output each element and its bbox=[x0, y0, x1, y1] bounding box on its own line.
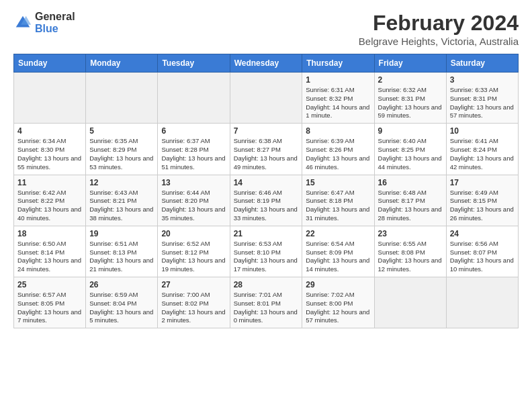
day-info: Sunrise: 6:59 AM Sunset: 8:04 PM Dayligh… bbox=[89, 291, 154, 325]
day-number: 2 bbox=[378, 75, 443, 85]
day-number: 27 bbox=[161, 280, 226, 289]
day-info: Sunrise: 6:39 AM Sunset: 8:26 PM Dayligh… bbox=[306, 137, 370, 171]
day-info: Sunrise: 6:34 AM Sunset: 8:30 PM Dayligh… bbox=[17, 137, 82, 171]
day-number: 16 bbox=[378, 178, 443, 187]
calendar-day-cell: 3Sunrise: 6:33 AM Sunset: 8:31 PM Daylig… bbox=[446, 73, 518, 124]
day-number: 21 bbox=[234, 229, 299, 238]
day-info: Sunrise: 6:48 AM Sunset: 8:17 PM Dayligh… bbox=[378, 189, 443, 223]
calendar-day-cell: 13Sunrise: 6:44 AM Sunset: 8:20 PM Dayli… bbox=[158, 175, 230, 226]
calendar-day-cell: 16Sunrise: 6:48 AM Sunset: 8:17 PM Dayli… bbox=[374, 175, 446, 226]
day-info: Sunrise: 7:00 AM Sunset: 8:02 PM Dayligh… bbox=[161, 291, 226, 325]
day-number: 25 bbox=[17, 280, 82, 289]
calendar-day-cell: 2Sunrise: 6:32 AM Sunset: 8:31 PM Daylig… bbox=[374, 73, 446, 124]
calendar-day-cell: 21Sunrise: 6:53 AM Sunset: 8:10 PM Dayli… bbox=[230, 226, 302, 277]
day-info: Sunrise: 6:32 AM Sunset: 8:31 PM Dayligh… bbox=[378, 86, 443, 120]
day-number: 10 bbox=[450, 126, 515, 136]
day-info: Sunrise: 6:42 AM Sunset: 8:22 PM Dayligh… bbox=[17, 189, 82, 223]
calendar-day-cell: 22Sunrise: 6:54 AM Sunset: 8:09 PM Dayli… bbox=[302, 226, 374, 277]
day-info: Sunrise: 6:35 AM Sunset: 8:29 PM Dayligh… bbox=[89, 137, 154, 171]
day-number: 13 bbox=[161, 178, 226, 187]
subtitle: Belgrave Heights, Victoria, Australia bbox=[359, 36, 519, 47]
weekday-header-cell: Wednesday bbox=[230, 54, 302, 73]
calendar-day-cell: 14Sunrise: 6:46 AM Sunset: 8:19 PM Dayli… bbox=[230, 175, 302, 226]
calendar-day-cell: 24Sunrise: 6:56 AM Sunset: 8:07 PM Dayli… bbox=[446, 226, 518, 277]
day-number: 12 bbox=[89, 178, 154, 187]
calendar-day-cell bbox=[86, 73, 158, 124]
calendar-body: 1Sunrise: 6:31 AM Sunset: 8:32 PM Daylig… bbox=[14, 73, 519, 328]
calendar-day-cell: 6Sunrise: 6:37 AM Sunset: 8:28 PM Daylig… bbox=[158, 124, 230, 175]
calendar-day-cell: 8Sunrise: 6:39 AM Sunset: 8:26 PM Daylig… bbox=[302, 124, 374, 175]
day-info: Sunrise: 6:47 AM Sunset: 8:18 PM Dayligh… bbox=[306, 189, 370, 223]
calendar-day-cell: 27Sunrise: 7:00 AM Sunset: 8:02 PM Dayli… bbox=[158, 277, 230, 328]
day-number: 26 bbox=[89, 280, 154, 289]
calendar-day-cell: 7Sunrise: 6:38 AM Sunset: 8:27 PM Daylig… bbox=[230, 124, 302, 175]
header: General Blue February 2024 Belgrave Heig… bbox=[13, 11, 519, 47]
day-number: 9 bbox=[378, 126, 443, 136]
calendar-day-cell: 26Sunrise: 6:59 AM Sunset: 8:04 PM Dayli… bbox=[86, 277, 158, 328]
logo-text: General Blue bbox=[35, 11, 75, 34]
day-number: 17 bbox=[450, 178, 515, 187]
logo-blue: Blue bbox=[35, 23, 75, 35]
day-info: Sunrise: 6:57 AM Sunset: 8:05 PM Dayligh… bbox=[17, 291, 82, 325]
calendar-day-cell: 28Sunrise: 7:01 AM Sunset: 8:01 PM Dayli… bbox=[230, 277, 302, 328]
calendar-day-cell: 29Sunrise: 7:02 AM Sunset: 8:00 PM Dayli… bbox=[302, 277, 374, 328]
day-info: Sunrise: 6:46 AM Sunset: 8:19 PM Dayligh… bbox=[234, 189, 299, 223]
day-number: 7 bbox=[234, 126, 299, 136]
calendar-day-cell: 1Sunrise: 6:31 AM Sunset: 8:32 PM Daylig… bbox=[302, 73, 374, 124]
calendar-day-cell: 19Sunrise: 6:51 AM Sunset: 8:13 PM Dayli… bbox=[86, 226, 158, 277]
calendar-day-cell bbox=[446, 277, 518, 328]
day-number: 6 bbox=[161, 126, 226, 136]
day-number: 24 bbox=[450, 229, 515, 238]
day-number: 15 bbox=[306, 178, 370, 187]
calendar-week-row: 18Sunrise: 6:50 AM Sunset: 8:14 PM Dayli… bbox=[14, 226, 519, 277]
weekday-header-cell: Friday bbox=[374, 54, 446, 73]
calendar-day-cell: 23Sunrise: 6:55 AM Sunset: 8:08 PM Dayli… bbox=[374, 226, 446, 277]
calendar-week-row: 4Sunrise: 6:34 AM Sunset: 8:30 PM Daylig… bbox=[14, 124, 519, 175]
day-number: 3 bbox=[450, 75, 515, 85]
calendar-table: SundayMondayTuesdayWednesdayThursdayFrid… bbox=[13, 54, 519, 328]
calendar-day-cell bbox=[230, 73, 302, 124]
calendar-day-cell bbox=[158, 73, 230, 124]
day-number: 4 bbox=[17, 126, 82, 136]
logo-general: General bbox=[35, 11, 75, 23]
calendar-day-cell: 11Sunrise: 6:42 AM Sunset: 8:22 PM Dayli… bbox=[14, 175, 86, 226]
day-number: 14 bbox=[234, 178, 299, 187]
day-number: 29 bbox=[306, 280, 370, 289]
calendar-day-cell: 18Sunrise: 6:50 AM Sunset: 8:14 PM Dayli… bbox=[14, 226, 86, 277]
weekday-header-cell: Sunday bbox=[14, 54, 86, 73]
day-number: 19 bbox=[89, 229, 154, 238]
day-info: Sunrise: 6:40 AM Sunset: 8:25 PM Dayligh… bbox=[378, 137, 443, 171]
calendar-day-cell bbox=[14, 73, 86, 124]
weekday-header-cell: Saturday bbox=[446, 54, 518, 73]
calendar-week-row: 1Sunrise: 6:31 AM Sunset: 8:32 PM Daylig… bbox=[14, 73, 519, 124]
calendar-day-cell: 9Sunrise: 6:40 AM Sunset: 8:25 PM Daylig… bbox=[374, 124, 446, 175]
calendar-day-cell: 12Sunrise: 6:43 AM Sunset: 8:21 PM Dayli… bbox=[86, 175, 158, 226]
day-info: Sunrise: 6:54 AM Sunset: 8:09 PM Dayligh… bbox=[306, 240, 370, 274]
day-info: Sunrise: 6:53 AM Sunset: 8:10 PM Dayligh… bbox=[234, 240, 299, 274]
logo: General Blue bbox=[13, 11, 75, 34]
day-info: Sunrise: 7:02 AM Sunset: 8:00 PM Dayligh… bbox=[306, 291, 370, 325]
day-info: Sunrise: 6:49 AM Sunset: 8:15 PM Dayligh… bbox=[450, 189, 515, 223]
day-number: 23 bbox=[378, 229, 443, 238]
calendar-day-cell: 25Sunrise: 6:57 AM Sunset: 8:05 PM Dayli… bbox=[14, 277, 86, 328]
day-info: Sunrise: 6:31 AM Sunset: 8:32 PM Dayligh… bbox=[306, 86, 370, 120]
calendar-day-cell bbox=[374, 277, 446, 328]
weekday-header-cell: Monday bbox=[86, 54, 158, 73]
weekday-header-cell: Tuesday bbox=[158, 54, 230, 73]
calendar-week-row: 25Sunrise: 6:57 AM Sunset: 8:05 PM Dayli… bbox=[14, 277, 519, 328]
day-number: 22 bbox=[306, 229, 370, 238]
day-number: 1 bbox=[306, 75, 370, 85]
calendar-header: SundayMondayTuesdayWednesdayThursdayFrid… bbox=[14, 54, 519, 73]
calendar-day-cell: 4Sunrise: 6:34 AM Sunset: 8:30 PM Daylig… bbox=[14, 124, 86, 175]
weekday-header-cell: Thursday bbox=[302, 54, 374, 73]
day-info: Sunrise: 6:38 AM Sunset: 8:27 PM Dayligh… bbox=[234, 137, 299, 171]
day-info: Sunrise: 6:37 AM Sunset: 8:28 PM Dayligh… bbox=[161, 137, 226, 171]
day-info: Sunrise: 6:43 AM Sunset: 8:21 PM Dayligh… bbox=[89, 189, 154, 223]
day-info: Sunrise: 6:41 AM Sunset: 8:24 PM Dayligh… bbox=[450, 137, 515, 171]
day-info: Sunrise: 6:44 AM Sunset: 8:20 PM Dayligh… bbox=[161, 189, 226, 223]
day-info: Sunrise: 6:33 AM Sunset: 8:31 PM Dayligh… bbox=[450, 86, 515, 120]
day-info: Sunrise: 7:01 AM Sunset: 8:01 PM Dayligh… bbox=[234, 291, 299, 325]
calendar-day-cell: 5Sunrise: 6:35 AM Sunset: 8:29 PM Daylig… bbox=[86, 124, 158, 175]
day-info: Sunrise: 6:52 AM Sunset: 8:12 PM Dayligh… bbox=[161, 240, 226, 274]
day-info: Sunrise: 6:51 AM Sunset: 8:13 PM Dayligh… bbox=[89, 240, 154, 274]
